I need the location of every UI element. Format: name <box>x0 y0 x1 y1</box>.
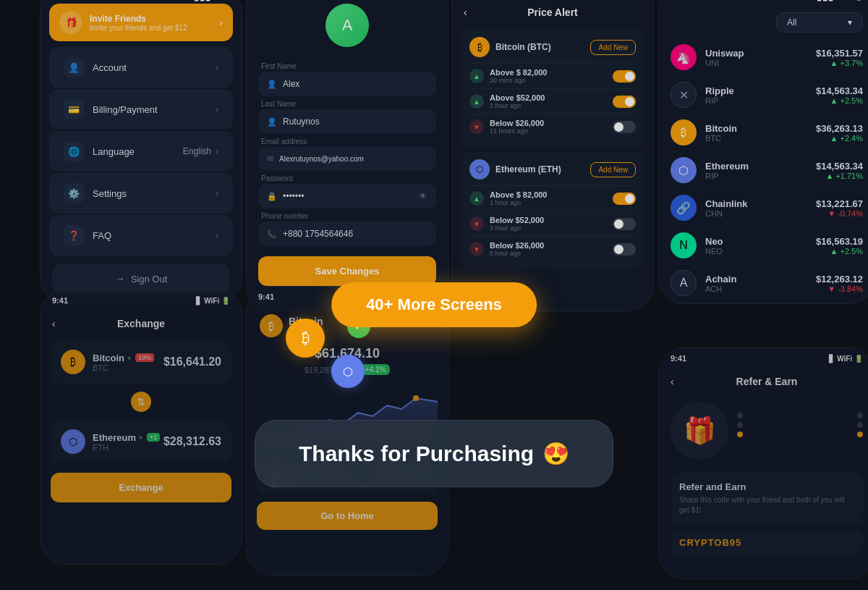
crypto-row-ach[interactable]: A Achain ACH $12,263.12 ▼ -3.84% <box>659 264 868 302</box>
sign-out-label: Sign Out <box>131 274 168 285</box>
alert-toggle-1[interactable] <box>613 70 636 83</box>
crypto-row-uni[interactable]: 🦄 Uniswap UNI $16,351.57 ▲ +3.7% <box>659 38 868 76</box>
crypto-price-col-2: $36,263.13 ▲ +2.4% <box>816 123 863 143</box>
alert-toggle-eth-1[interactable] <box>613 193 636 205</box>
thanks-banner: Thanks for Purchasing 😍 <box>255 420 613 487</box>
menu-value-2: English <box>183 146 211 156</box>
alert-row-btc-2: ▲ Above $52,000 2 hour ago <box>469 88 636 114</box>
last-name-label: Last Name <box>261 100 436 108</box>
eye-icon[interactable]: 👁 <box>419 191 427 201</box>
menu-icon-0: 👤 <box>64 57 84 77</box>
crypto-row-rip[interactable]: ⬡ Ethereum RIP $14,563.34 ▲ +1.71% <box>659 151 868 189</box>
refer-title: Refer & Earn <box>736 376 798 387</box>
crypto-price-5: $16,563.19 <box>816 236 863 247</box>
crypto-sym-3: RIP <box>705 172 816 180</box>
time-exchange: 9:41 <box>52 296 68 305</box>
password-input[interactable]: 🔒 ••••••• 👁 <box>258 184 436 208</box>
crypto-price-col-1: $14,563.34 ▲ +2.5% <box>816 85 863 105</box>
menu-item-settings[interactable]: ⚙️ Settings › <box>49 173 233 214</box>
menu-icon-3: ⚙️ <box>64 183 84 203</box>
crypto-logo-uni: 🦄 <box>671 44 697 70</box>
exchange-button[interactable]: Exchange <box>51 473 231 502</box>
crypto-logo-btc: ₿ <box>671 119 697 146</box>
btc-exchange-sym: BTC <box>93 363 154 372</box>
alert-row-eth-2: ▼ Below $52,000 3 hour ago <box>469 211 636 236</box>
last-name-input[interactable]: 👤 Rutuynos <box>258 109 436 134</box>
password-value: ••••••• <box>283 191 419 201</box>
crypto-sym-6: ACH <box>705 285 816 293</box>
refer-earn-section: Refer and Earn Share this code with your… <box>671 473 863 524</box>
crypto-logo-ach: A <box>671 270 697 296</box>
crypto-row-chn[interactable]: 🔗 Chainlink CHN $13,221.67 ▼ -0.74% <box>659 189 868 227</box>
signal-icon: ▋▋▋ <box>195 0 212 1</box>
first-name-input[interactable]: 👤 Alex <box>258 72 436 96</box>
refer-content: 🎁 <box>659 395 868 467</box>
back-button-refer[interactable]: ‹ <box>671 376 674 387</box>
invite-icon: 🎁 <box>59 11 82 34</box>
alert-down-eth-3: ▼ <box>469 242 484 256</box>
crypto-price-2: $36,263.13 <box>816 123 863 134</box>
crypto-logo-rip: ⬡ <box>671 157 697 183</box>
menu-label-0: Account <box>93 62 216 73</box>
refer-code[interactable]: CRYPTOB95 <box>671 530 863 555</box>
menu-icon-2: 🌐 <box>64 141 84 161</box>
menu-item-faq[interactable]: ❓ FAQ › <box>49 215 233 256</box>
save-changes-button[interactable]: Save Changes <box>258 256 436 286</box>
bitcoin-alert-section: ₿ Bitcoin (BTC) Add New ▲ Above $ 82,000… <box>461 30 644 146</box>
alert-toggle-eth-3[interactable] <box>613 243 636 256</box>
menu-label-3: Settings <box>93 188 216 199</box>
crypto-info-rip: Ethereum RIP <box>705 161 816 180</box>
crypto-info-btc: Bitcoin BTC <box>705 123 816 143</box>
alert-row-btc-3: ▼ Below $26,000 11 hours ago <box>469 114 636 139</box>
email-input[interactable]: ✉ Alexrutuynos@yahoo.com <box>258 147 436 171</box>
go-home-button[interactable]: Go to Home <box>257 502 438 530</box>
phone-icon: 📞 <box>267 229 277 239</box>
icons-refer: ▋ WiFi 🔋 <box>829 355 863 363</box>
alert-toggle-3[interactable] <box>613 121 636 133</box>
phone-label: Phone number <box>261 212 436 220</box>
sign-out-button[interactable]: → Sign Out <box>52 264 230 293</box>
menu-item-language[interactable]: 🌐 Language English › <box>49 131 233 172</box>
bitcoin-exchange-card[interactable]: ₿ Bitcoin ▾ 10% BTC $16,641.20 <box>51 341 231 383</box>
down-arrow-btc: ▾ <box>127 354 131 362</box>
back-button-exchange[interactable]: ‹ <box>52 318 56 329</box>
back-button-alert[interactable]: ‹ <box>464 7 467 18</box>
ethereum-icon-alert: ⬡ <box>469 159 490 180</box>
eth-exchange-icon: ⬡ <box>61 429 85 454</box>
invite-banner[interactable]: 🎁 Invite Friends Invite your friends and… <box>49 4 233 41</box>
crypto-logo-rip: ✕ <box>671 82 697 108</box>
add-new-bitcoin-button[interactable]: Add New <box>590 40 636 55</box>
menu-item-billing-payment[interactable]: 💳 Billing/Payment › <box>49 89 233 130</box>
crypto-price-col-0: $16,351.57 ▲ +3.7% <box>816 48 863 67</box>
crypto-name-0: Uniswap <box>705 48 816 59</box>
more-screens-button[interactable]: 40+ More Screens <box>331 282 537 327</box>
crypto-row-btc[interactable]: ₿ Bitcoin BTC $36,263.13 ▲ +2.4% <box>659 114 868 151</box>
crypto-price-4: $13,221.67 <box>816 198 863 209</box>
crypto-info-rip: Ripple RIP <box>705 85 816 105</box>
exchange-title: Exchange <box>117 318 165 329</box>
filter-dropdown[interactable]: All ▾ <box>776 12 863 33</box>
crypto-logo-neo: N <box>671 232 697 258</box>
chart-change-badge: +4.1% <box>361 364 391 375</box>
crypto-price-3: $14,563.34 <box>816 161 863 172</box>
status-bar-refer: 9:41 ▋ WiFi 🔋 <box>659 348 868 366</box>
crypto-row-neo[interactable]: N Neo NEO $16,563.19 ▲ +2.5% <box>659 227 868 264</box>
ethereum-exchange-card[interactable]: ⬡ Ethereum ▾ +1 ETH $28,312.63 <box>51 421 231 463</box>
crypto-name-2: Bitcoin <box>705 123 816 134</box>
alert-row-eth-3: ▼ Below $26,000 5 hour ago <box>469 236 636 261</box>
menu-label-2: Language <box>93 146 183 157</box>
email-label: Email address <box>261 138 436 146</box>
invite-chevron: › <box>219 17 223 28</box>
alert-toggle-2[interactable] <box>613 96 636 108</box>
exchange-header: ‹ Exchange <box>41 308 242 337</box>
swap-icon[interactable]: ⇅ <box>131 392 151 412</box>
crypto-row-rip[interactable]: ✕ Ripple RIP $14,563.34 ▲ +2.5% <box>659 76 868 114</box>
menu-item-account[interactable]: 👤 Account › <box>49 47 233 88</box>
dot-1 <box>737 413 743 418</box>
password-label: Password <box>261 174 436 182</box>
chart-btc-icon: ₿ <box>260 314 283 337</box>
alert-toggle-eth-2[interactable] <box>613 218 636 230</box>
crypto-sym-1: RIP <box>705 96 816 105</box>
add-new-ethereum-button[interactable]: Add New <box>590 162 636 177</box>
phone-input[interactable]: 📞 +880 1754564646 <box>258 222 436 246</box>
